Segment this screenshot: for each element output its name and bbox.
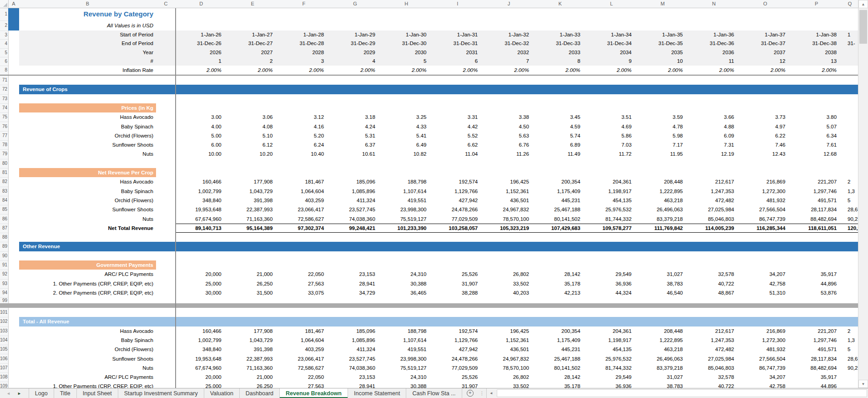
cell[interactable]: 74,038,360	[329, 363, 381, 372]
cell[interactable]: 31-Dec-29	[329, 39, 381, 48]
column-header-N[interactable]: N	[712, 0, 716, 8]
cell[interactable]: 71,163,360	[227, 363, 278, 372]
cell[interactable]: 38,783	[637, 279, 688, 288]
cell[interactable]: 1-Jan-26	[176, 31, 227, 39]
cell[interactable]: 221,207	[791, 177, 842, 186]
sheet-tab-dashboard[interactable]: Dashboard	[240, 388, 280, 398]
cell[interactable]: 80,141,502	[535, 363, 586, 372]
cell[interactable]: 12.19	[688, 149, 740, 158]
cell-clipped[interactable]: 5	[842, 196, 858, 205]
cell[interactable]: 25,000	[176, 382, 227, 388]
column-header-L[interactable]: L	[610, 0, 613, 8]
cell[interactable]: 3.38	[483, 112, 535, 122]
cell[interactable]: 4.88	[688, 122, 740, 131]
cell[interactable]: 181,467	[278, 177, 329, 186]
sheet-tab-income-statement[interactable]: Income Statement	[348, 388, 406, 398]
cell[interactable]: 200,354	[535, 177, 586, 186]
row-label-cell[interactable]: Orchid (Flowers)	[19, 345, 156, 354]
cell[interactable]: 40,722	[688, 382, 740, 388]
row-header-81[interactable]: 81	[0, 168, 8, 178]
cell[interactable]: 6.22	[740, 131, 791, 140]
cell[interactable]: 7.46	[740, 140, 791, 149]
cell[interactable]: 1,222,895	[637, 336, 688, 345]
cell[interactable]: 28,117,834	[791, 205, 842, 214]
cell[interactable]: 27,563	[278, 279, 329, 288]
cell[interactable]: 9	[586, 57, 637, 66]
cell[interactable]: 51,310	[740, 288, 791, 297]
section-header-cell[interactable]: Other Revenue	[19, 242, 858, 251]
cell[interactable]: 3	[278, 57, 329, 66]
cell[interactable]: 6	[432, 57, 484, 66]
cell[interactable]: 3.73	[740, 112, 791, 122]
cell[interactable]: 31,027	[637, 270, 688, 279]
cell[interactable]: 30,000	[176, 288, 227, 297]
cell[interactable]: 28,142	[535, 270, 586, 279]
row-header-87[interactable]: 87	[0, 224, 8, 233]
cell[interactable]: 10.20	[227, 149, 278, 158]
cell[interactable]: 1,085,896	[329, 336, 381, 345]
cell[interactable]: 4.16	[278, 122, 329, 131]
cell[interactable]: 31-Dec-33	[535, 39, 586, 48]
cell[interactable]: 36,936	[586, 279, 637, 288]
cell[interactable]: 196,425	[483, 327, 535, 336]
cell[interactable]: 6.00	[176, 140, 227, 149]
cell[interactable]: 12.43	[740, 149, 791, 158]
cell[interactable]: 25,976,532	[586, 354, 637, 363]
cell[interactable]: 42,213	[535, 288, 586, 297]
cell[interactable]: 2.00%	[483, 66, 535, 75]
cell[interactable]: 2.00%	[791, 66, 842, 75]
cell[interactable]: 3.31	[432, 112, 484, 122]
cell[interactable]: 11.04	[432, 149, 484, 158]
cell[interactable]: 31,907	[432, 279, 484, 288]
cell[interactable]: 116,285,344	[740, 224, 791, 233]
cell[interactable]: 40,203	[483, 288, 535, 297]
cell[interactable]: 5.86	[586, 131, 637, 140]
cell[interactable]: 1,247,353	[688, 187, 740, 196]
cell[interactable]: 5.63	[483, 131, 535, 140]
cell[interactable]: 109,578,277	[586, 224, 637, 233]
row-header-77[interactable]: 77	[0, 131, 8, 141]
cell[interactable]: 42,758	[740, 279, 791, 288]
cell[interactable]: 86,747,739	[740, 363, 791, 372]
cell[interactable]: 5.07	[791, 122, 842, 131]
cell[interactable]: 31-Dec-36	[688, 39, 740, 48]
cell[interactable]: 29,549	[586, 270, 637, 279]
row-label-cell[interactable]: ARC/ PLC Payments	[19, 270, 156, 279]
cell[interactable]: 1-Jan-34	[586, 31, 637, 39]
row-label-cell[interactable]: Inflation Rate	[19, 66, 156, 75]
subsection-header-cell[interactable]: Prices (in Kg	[19, 103, 156, 112]
cell[interactable]: 78,570,100	[483, 214, 535, 224]
cell[interactable]: 7.17	[637, 140, 688, 149]
cell[interactable]: 2030	[381, 48, 432, 57]
row-label-cell[interactable]: Start of Period	[19, 31, 156, 39]
row-header-78[interactable]: 78	[0, 140, 8, 150]
cell[interactable]: 81,744,332	[586, 214, 637, 224]
cell[interactable]: 11	[688, 57, 740, 66]
cell[interactable]: 77,029,509	[432, 363, 484, 372]
cell[interactable]: 481,932	[740, 196, 791, 205]
cell[interactable]: 24,310	[381, 270, 432, 279]
cell[interactable]: 2.00%	[227, 66, 278, 75]
row-label-cell[interactable]: Hass Avocado	[19, 112, 156, 122]
cell[interactable]: 1,043,729	[227, 336, 278, 345]
row-header-74[interactable]: 74	[0, 103, 8, 113]
cell[interactable]: 419,551	[381, 345, 432, 354]
row-header-89[interactable]: 89	[0, 242, 8, 251]
row-label-cell[interactable]: Year	[19, 48, 156, 57]
scroll-up-arrow-icon[interactable]: ▲	[858, 0, 868, 8]
cell[interactable]: 160,466	[176, 327, 227, 336]
row-label-cell[interactable]: 1. Other Payments (CRP, CREP, EQIP, etc)	[19, 382, 156, 388]
cell[interactable]: 24,967,832	[483, 205, 535, 214]
cell[interactable]: 427,942	[432, 196, 484, 205]
cell[interactable]: 7.03	[586, 140, 637, 149]
cell[interactable]: 23,998,300	[381, 354, 432, 363]
cell[interactable]: 463,218	[637, 196, 688, 205]
row-header-90[interactable]: 90	[0, 251, 8, 261]
cell[interactable]: 3.51	[586, 112, 637, 122]
row-label-cell[interactable]: Baby Spinach	[19, 187, 156, 196]
cell[interactable]: 454,135	[586, 345, 637, 354]
sheet-tab-cash-flow-sta[interactable]: Cash Flow Sta ...	[406, 388, 462, 398]
cell[interactable]: 1,247,353	[688, 336, 740, 345]
cell[interactable]: 1	[176, 57, 227, 66]
cell[interactable]: 1,152,361	[483, 336, 535, 345]
